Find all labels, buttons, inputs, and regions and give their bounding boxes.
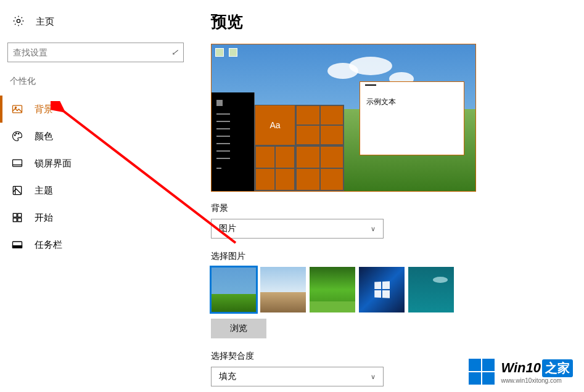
background-select[interactable]: 图片 ∨ (211, 219, 384, 239)
svg-rect-13 (13, 246, 22, 248)
home-row[interactable]: 主页 (0, 11, 191, 38)
search-icon: ↙︎ (171, 47, 178, 57)
preview-title: 预览 (211, 11, 584, 33)
start-icon (11, 211, 23, 224)
sample-text: 示例文本 (366, 97, 458, 107)
svg-rect-9 (18, 213, 22, 217)
watermark-title: Win10之家 (501, 359, 573, 377)
nav-label: 主题 (35, 185, 53, 197)
sidebar-item-colors[interactable]: 颜色 (0, 123, 191, 150)
nav-label: 开始 (35, 212, 53, 224)
lockscreen-icon (11, 157, 23, 169)
sidebar-item-themes[interactable]: 主题 (0, 177, 191, 204)
fit-select[interactable]: 填充 ∨ (211, 367, 384, 386)
nav-list: 背景 颜色 锁屏界面 (0, 96, 191, 258)
section-title: 个性化 (0, 76, 191, 96)
thumb-4[interactable] (359, 267, 405, 312)
watermark-url: www.win10xitong.com (501, 377, 573, 384)
sidebar-item-start[interactable]: 开始 (0, 204, 191, 231)
settings-sidebar: 主页 ↙︎ 个性化 背景 (0, 0, 191, 392)
thumb-2[interactable] (260, 267, 306, 312)
sidebar-item-background[interactable]: 背景 (0, 96, 191, 123)
thumb-1[interactable] (211, 267, 257, 312)
preview-start-panel (212, 92, 255, 191)
nav-label: 背景 (35, 104, 53, 115)
home-label: 主页 (36, 16, 54, 28)
watermark: Win10之家 www.win10xitong.com (469, 359, 573, 385)
preview-tiles: Aa (255, 105, 344, 191)
select-value: 填充 (219, 371, 236, 382)
svg-rect-10 (13, 218, 17, 222)
svg-point-2 (15, 107, 16, 108)
svg-point-4 (16, 133, 17, 134)
chevron-down-icon: ∨ (371, 373, 376, 381)
background-label: 背景 (211, 203, 584, 214)
svg-point-3 (14, 135, 15, 136)
preview-sample-window: 示例文本 (360, 81, 464, 155)
sidebar-item-taskbar[interactable]: 任务栏 (0, 231, 191, 258)
main-content: 预览 Aa (191, 0, 584, 392)
tile-aa: Aa (255, 105, 295, 145)
nav-label: 任务栏 (35, 239, 62, 251)
nav-label: 锁屏界面 (35, 158, 72, 169)
taskbar-icon (11, 239, 23, 251)
svg-rect-8 (13, 213, 17, 217)
preview-desktop-icons (215, 48, 237, 57)
search-input[interactable] (13, 47, 171, 57)
gear-icon (12, 15, 25, 29)
search-box[interactable]: ↙︎ (7, 43, 184, 62)
choose-picture-label: 选择图片 (211, 251, 584, 262)
svg-point-0 (17, 19, 20, 22)
thumb-5[interactable] (408, 267, 454, 312)
svg-point-5 (18, 133, 19, 134)
nav-label: 颜色 (35, 131, 53, 142)
palette-icon (11, 130, 23, 142)
picture-thumbs (211, 267, 584, 312)
themes-icon (11, 184, 23, 197)
windows-logo-icon (469, 359, 495, 385)
select-value: 图片 (219, 223, 236, 234)
browse-button[interactable]: 浏览 (211, 319, 266, 338)
chevron-down-icon: ∨ (371, 225, 376, 233)
preview-box: Aa 示例文本 (211, 44, 476, 192)
svg-rect-1 (13, 105, 22, 113)
svg-rect-6 (13, 160, 22, 166)
sidebar-item-lockscreen[interactable]: 锁屏界面 (0, 150, 191, 177)
picture-icon (11, 103, 23, 115)
thumb-3[interactable] (310, 267, 355, 312)
svg-rect-11 (18, 218, 22, 222)
